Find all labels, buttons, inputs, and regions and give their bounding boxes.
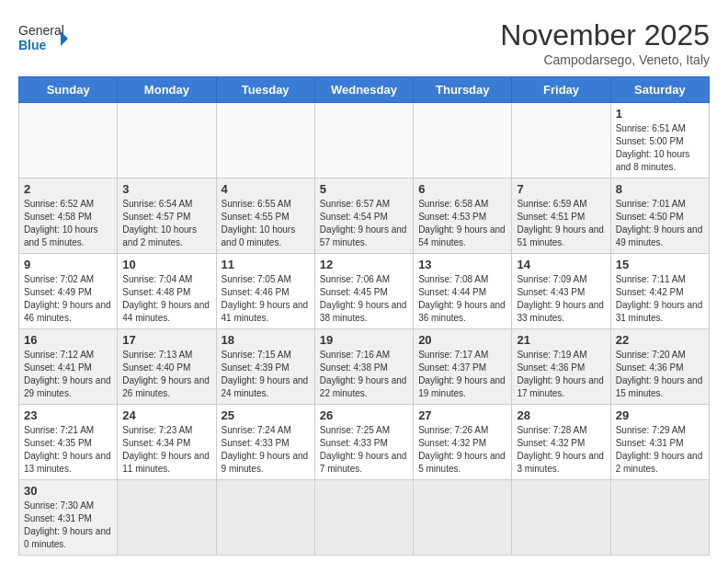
day-info: Sunrise: 7:08 AM Sunset: 4:44 PM Dayligh… <box>418 273 506 325</box>
calendar-cell: 6Sunrise: 6:58 AM Sunset: 4:53 PM Daylig… <box>414 178 512 254</box>
calendar-cell: 17Sunrise: 7:13 AM Sunset: 4:40 PM Dayli… <box>118 329 216 405</box>
day-number: 24 <box>122 408 210 422</box>
calendar-cell: 2Sunrise: 6:52 AM Sunset: 4:58 PM Daylig… <box>19 178 118 254</box>
calendar-cell: 23Sunrise: 7:21 AM Sunset: 4:35 PM Dayli… <box>19 405 118 480</box>
calendar-cell: 8Sunrise: 7:01 AM Sunset: 4:50 PM Daylig… <box>610 178 709 254</box>
calendar-cell: 18Sunrise: 7:15 AM Sunset: 4:39 PM Dayli… <box>216 329 314 405</box>
calendar-cell: 19Sunrise: 7:16 AM Sunset: 4:38 PM Dayli… <box>314 329 413 405</box>
weekday-friday: Friday <box>512 77 610 103</box>
day-number: 4 <box>222 182 310 196</box>
calendar-cell <box>414 480 512 556</box>
calendar-cell <box>314 480 413 556</box>
calendar-cell: 14Sunrise: 7:09 AM Sunset: 4:43 PM Dayli… <box>512 254 610 329</box>
calendar-cell: 29Sunrise: 7:29 AM Sunset: 4:31 PM Dayli… <box>610 405 709 480</box>
day-info: Sunrise: 7:19 AM Sunset: 4:36 PM Dayligh… <box>517 349 605 400</box>
day-info: Sunrise: 7:12 AM Sunset: 4:41 PM Dayligh… <box>24 349 112 400</box>
calendar-cell <box>118 103 216 178</box>
weekday-monday: Monday <box>118 77 216 103</box>
calendar-cell: 10Sunrise: 7:04 AM Sunset: 4:48 PM Dayli… <box>118 254 216 329</box>
day-number: 15 <box>616 258 704 271</box>
day-number: 11 <box>222 258 310 271</box>
day-info: Sunrise: 7:20 AM Sunset: 4:36 PM Dayligh… <box>616 349 704 400</box>
calendar-cell <box>314 103 413 178</box>
calendar-cell <box>118 480 216 556</box>
day-info: Sunrise: 7:05 AM Sunset: 4:46 PM Dayligh… <box>222 273 310 325</box>
day-number: 6 <box>418 182 506 196</box>
day-info: Sunrise: 7:29 AM Sunset: 4:31 PM Dayligh… <box>616 424 704 476</box>
day-number: 17 <box>122 333 210 347</box>
location: Campodarsego, Veneto, Italy <box>500 52 710 67</box>
day-info: Sunrise: 7:15 AM Sunset: 4:39 PM Dayligh… <box>222 349 310 400</box>
day-info: Sunrise: 7:13 AM Sunset: 4:40 PM Dayligh… <box>122 349 210 400</box>
day-info: Sunrise: 7:06 AM Sunset: 4:45 PM Dayligh… <box>320 273 408 325</box>
month-title: November 2025 <box>500 18 710 52</box>
day-number: 14 <box>517 258 605 271</box>
calendar-cell: 15Sunrise: 7:11 AM Sunset: 4:42 PM Dayli… <box>610 254 709 329</box>
day-number: 9 <box>24 258 112 271</box>
day-info: Sunrise: 6:52 AM Sunset: 4:58 PM Dayligh… <box>24 198 112 249</box>
day-info: Sunrise: 7:26 AM Sunset: 4:32 PM Dayligh… <box>418 424 506 476</box>
day-info: Sunrise: 7:02 AM Sunset: 4:49 PM Dayligh… <box>24 273 112 325</box>
calendar-cell: 28Sunrise: 7:28 AM Sunset: 4:32 PM Dayli… <box>512 405 610 480</box>
day-number: 5 <box>320 182 408 196</box>
calendar-cell: 7Sunrise: 6:59 AM Sunset: 4:51 PM Daylig… <box>512 178 610 254</box>
calendar-cell: 27Sunrise: 7:26 AM Sunset: 4:32 PM Dayli… <box>414 405 512 480</box>
weekday-wednesday: Wednesday <box>314 77 413 103</box>
day-number: 25 <box>222 408 310 422</box>
day-info: Sunrise: 7:28 AM Sunset: 4:32 PM Dayligh… <box>517 424 605 476</box>
day-number: 13 <box>418 258 506 271</box>
day-number: 23 <box>24 408 112 422</box>
calendar-cell: 30Sunrise: 7:30 AM Sunset: 4:31 PM Dayli… <box>19 480 118 556</box>
day-number: 20 <box>418 333 506 347</box>
calendar-cell: 1Sunrise: 6:51 AM Sunset: 5:00 PM Daylig… <box>610 103 709 178</box>
weekday-header-row: SundayMondayTuesdayWednesdayThursdayFrid… <box>19 77 710 103</box>
day-number: 18 <box>222 333 310 347</box>
day-number: 8 <box>616 182 704 196</box>
day-info: Sunrise: 7:09 AM Sunset: 4:43 PM Dayligh… <box>517 273 605 325</box>
calendar-cell <box>512 103 610 178</box>
day-info: Sunrise: 7:17 AM Sunset: 4:37 PM Dayligh… <box>418 349 506 400</box>
svg-text:Blue: Blue <box>18 38 47 52</box>
weekday-saturday: Saturday <box>610 77 709 103</box>
day-info: Sunrise: 6:51 AM Sunset: 5:00 PM Dayligh… <box>616 122 704 174</box>
calendar-cell: 5Sunrise: 6:57 AM Sunset: 4:54 PM Daylig… <box>314 178 413 254</box>
calendar-cell: 24Sunrise: 7:23 AM Sunset: 4:34 PM Dayli… <box>118 405 216 480</box>
logo-svg: General Blue <box>18 18 74 59</box>
calendar-cell: 22Sunrise: 7:20 AM Sunset: 4:36 PM Dayli… <box>610 329 709 405</box>
day-number: 10 <box>122 258 210 271</box>
day-info: Sunrise: 7:23 AM Sunset: 4:34 PM Dayligh… <box>122 424 210 476</box>
calendar-cell <box>216 480 314 556</box>
day-number: 29 <box>616 408 704 422</box>
svg-text:General: General <box>18 23 64 38</box>
title-area: November 2025 Campodarsego, Veneto, Ital… <box>500 18 710 67</box>
day-number: 22 <box>616 333 704 347</box>
day-info: Sunrise: 6:58 AM Sunset: 4:53 PM Dayligh… <box>418 198 506 249</box>
calendar-cell: 13Sunrise: 7:08 AM Sunset: 4:44 PM Dayli… <box>414 254 512 329</box>
day-number: 27 <box>418 408 506 422</box>
calendar-cell: 3Sunrise: 6:54 AM Sunset: 4:57 PM Daylig… <box>118 178 216 254</box>
week-row-4: 16Sunrise: 7:12 AM Sunset: 4:41 PM Dayli… <box>19 329 710 405</box>
calendar-cell: 12Sunrise: 7:06 AM Sunset: 4:45 PM Dayli… <box>314 254 413 329</box>
day-info: Sunrise: 7:25 AM Sunset: 4:33 PM Dayligh… <box>320 424 408 476</box>
day-number: 28 <box>517 408 605 422</box>
logo: General Blue <box>18 18 74 59</box>
day-number: 26 <box>320 408 408 422</box>
day-info: Sunrise: 6:57 AM Sunset: 4:54 PM Dayligh… <box>320 198 408 249</box>
day-number: 21 <box>517 333 605 347</box>
calendar-cell: 21Sunrise: 7:19 AM Sunset: 4:36 PM Dayli… <box>512 329 610 405</box>
calendar-cell: 9Sunrise: 7:02 AM Sunset: 4:49 PM Daylig… <box>19 254 118 329</box>
day-info: Sunrise: 7:11 AM Sunset: 4:42 PM Dayligh… <box>616 273 704 325</box>
day-info: Sunrise: 7:01 AM Sunset: 4:50 PM Dayligh… <box>616 198 704 249</box>
day-number: 2 <box>24 182 112 196</box>
calendar-cell <box>216 103 314 178</box>
weekday-sunday: Sunday <box>19 77 118 103</box>
page-header: General Blue November 2025 Campodarsego,… <box>18 18 710 67</box>
svg-marker-2 <box>61 31 68 46</box>
day-info: Sunrise: 7:24 AM Sunset: 4:33 PM Dayligh… <box>222 424 310 476</box>
calendar-cell <box>610 480 709 556</box>
day-number: 16 <box>24 333 112 347</box>
calendar-cell <box>19 103 118 178</box>
calendar-cell: 20Sunrise: 7:17 AM Sunset: 4:37 PM Dayli… <box>414 329 512 405</box>
day-info: Sunrise: 7:16 AM Sunset: 4:38 PM Dayligh… <box>320 349 408 400</box>
day-info: Sunrise: 7:30 AM Sunset: 4:31 PM Dayligh… <box>24 500 112 551</box>
